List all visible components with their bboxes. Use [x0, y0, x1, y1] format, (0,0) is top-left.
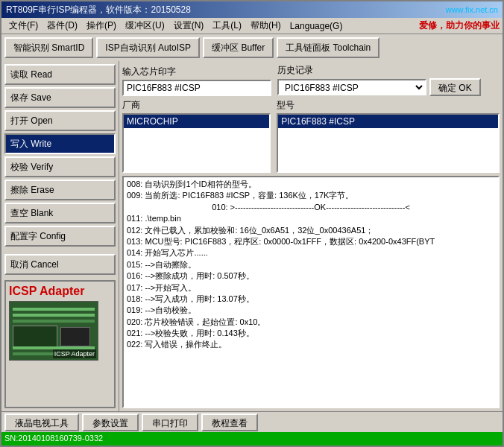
read-button[interactable]: 读取 Read [4, 64, 116, 85]
vendor-listbox[interactable]: MICROCHIP [122, 113, 271, 173]
tutorial-button[interactable]: 教程查看 [201, 413, 258, 431]
log-line: 017: -->开始写入。 [127, 282, 495, 294]
chip-input-group: 输入芯片印字 [122, 66, 271, 96]
serial-print-button[interactable]: 串口打印 [142, 413, 198, 431]
history-row: PIC16F883 #ICSP 确定 OK [277, 78, 481, 96]
blank-button[interactable]: 查空 Blank [4, 203, 116, 224]
left-panel: 读取 Read 保存 Save 打开 Open 写入 Write 校验 Veri… [1, 61, 119, 411]
log-line: 008: 自动识别到1个ID相符的型号。 [127, 179, 495, 190]
right-panel: 输入芯片印字 历史记录 PIC16F883 #ICSP 确定 OK [119, 61, 503, 411]
log-section: 008: 自动识别到1个ID相符的型号。009: 当前所选: PIC16F883… [122, 176, 500, 408]
log-line: 012: 文件已载入，累加校验和: 16位_0x6A51，32位_0x00436… [127, 225, 495, 236]
input-row [122, 80, 271, 96]
log-line: 011: .\temp.bin [127, 213, 495, 224]
model-box: 型号 PIC16F883 #ICSP [277, 99, 500, 173]
log-line: 019: -->自动校验。 [127, 305, 495, 316]
log-line: 010: >-----------------------------OK---… [127, 202, 495, 213]
log-line: 020: 芯片校验错误，起始位置: 0x10。 [127, 317, 495, 328]
ok-button[interactable]: 确定 OK [429, 78, 481, 96]
input-label: 输入芯片印字 [122, 66, 271, 78]
vendor-box: 厂商 MICROCHIP [122, 99, 271, 173]
icsp-adapter-area: ICSP Adapter ICSP Adapter [4, 280, 116, 408]
content-area: 读取 Read 保存 Save 打开 Open 写入 Write 校验 Veri… [1, 61, 503, 411]
brand-slogan: 爱修，助力你的事业 [419, 19, 500, 32]
log-box[interactable]: 008: 自动识别到1个ID相符的型号。009: 当前所选: PIC16F883… [122, 176, 500, 408]
main-window: RT809F串行ISP编程器，软件版本：20150528 www.fix.net… [0, 0, 504, 447]
write-button[interactable]: 写入 Write [4, 133, 116, 154]
buffer-button[interactable]: 缓冲区 Buffer [203, 37, 274, 58]
param-settings-button[interactable]: 参数设置 [82, 413, 139, 431]
log-line: 022: 写入错误，操作终止。 [127, 339, 495, 350]
auto-isp-button[interactable]: ISP自动识别 AutoISP [96, 37, 200, 58]
sn-text: SN:20140108160739-0332 [4, 434, 103, 443]
brand-url: www.fix.net.cn [446, 5, 498, 14]
log-line: 021: -->校验失败，用时: 0.143秒。 [127, 328, 495, 339]
menu-bar: 文件(F) 器件(D) 操作(P) 缓冲区(U) 设置(N) 工具(L) 帮助(… [1, 18, 503, 34]
log-line: 009: 当前所选: PIC16F883 #ICSP，容量: 136K位，17K… [127, 190, 495, 201]
menu-file[interactable]: 文件(F) [4, 18, 42, 34]
icsp-img-label: ICSP Adapter [53, 349, 96, 358]
icsp-title: ICSP Adapter [9, 285, 84, 298]
vendor-label: 厂商 [122, 99, 271, 112]
menu-tools[interactable]: 工具(L) [208, 18, 246, 34]
smart-id-button[interactable]: 智能识别 SmartID [4, 37, 93, 58]
erase-button[interactable]: 擦除 Erase [4, 180, 116, 200]
menu-operate[interactable]: 操作(P) [82, 18, 121, 34]
toolbar: 智能识别 SmartID ISP自动识别 AutoISP 缓冲区 Buffer … [1, 34, 503, 61]
log-line: 015: -->自动擦除。 [127, 259, 495, 270]
menu-help[interactable]: 帮助(H) [246, 18, 286, 34]
menu-language[interactable]: Language(G) [286, 19, 347, 33]
lcd-tv-tools-button[interactable]: 液晶电视工具 [4, 413, 79, 431]
verify-button[interactable]: 校验 Verify [4, 156, 116, 177]
vendor-item[interactable]: MICROCHIP [124, 115, 269, 128]
menu-buffer[interactable]: 缓冲区(U) [121, 18, 169, 34]
icsp-image: ICSP Adapter [9, 301, 98, 361]
log-line: 018: -->写入成功，用时: 13.07秒。 [127, 294, 495, 305]
history-dropdown[interactable]: PIC16F883 #ICSP [277, 79, 426, 95]
sn-bar: SN:20140108160739-0332 [1, 432, 503, 446]
chip-input[interactable] [122, 80, 271, 96]
title-bar: RT809F串行ISP编程器，软件版本：20150528 www.fix.net… [1, 1, 503, 18]
bottom-bar: 液晶电视工具 参数设置 串口打印 教程查看 [1, 411, 503, 432]
toolchain-button[interactable]: 工具链面板 Toolchain [277, 37, 379, 58]
log-line: 014: 开始写入芯片...... [127, 247, 495, 259]
history-label: 历史记录 [277, 64, 481, 77]
model-listbox[interactable]: PIC16F883 #ICSP [277, 113, 500, 173]
cancel-button[interactable]: 取消 Cancel [4, 254, 116, 275]
config-button[interactable]: 配置字 Config [4, 226, 116, 247]
model-item[interactable]: PIC16F883 #ICSP [278, 115, 498, 128]
vendor-model-section: 厂商 MICROCHIP 型号 PIC16F883 #ICSP [122, 99, 500, 173]
log-line: 016: -->擦除成功，用时: 0.507秒。 [127, 270, 495, 282]
menu-device[interactable]: 器件(D) [42, 18, 82, 34]
window-title: RT809F串行ISP编程器，软件版本：20150528 [6, 4, 191, 16]
input-section: 输入芯片印字 历史记录 PIC16F883 #ICSP 确定 OK [122, 64, 500, 96]
log-line: 013: MCU型号: PIC16F883，程序区: 0x0000-0x1FFF… [127, 236, 495, 247]
model-label: 型号 [277, 99, 500, 112]
save-button[interactable]: 保存 Save [4, 87, 116, 108]
open-button[interactable]: 打开 Open [4, 110, 116, 131]
history-group: 历史记录 PIC16F883 #ICSP 确定 OK [277, 64, 481, 96]
menu-settings[interactable]: 设置(N) [169, 18, 209, 34]
